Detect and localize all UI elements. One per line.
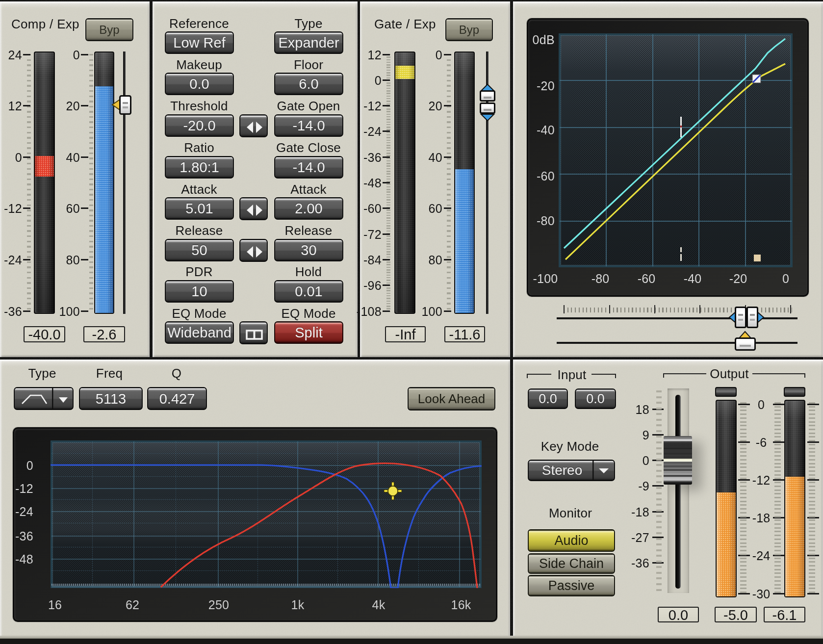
svg-text:Stereo: Stereo [542, 463, 583, 478]
